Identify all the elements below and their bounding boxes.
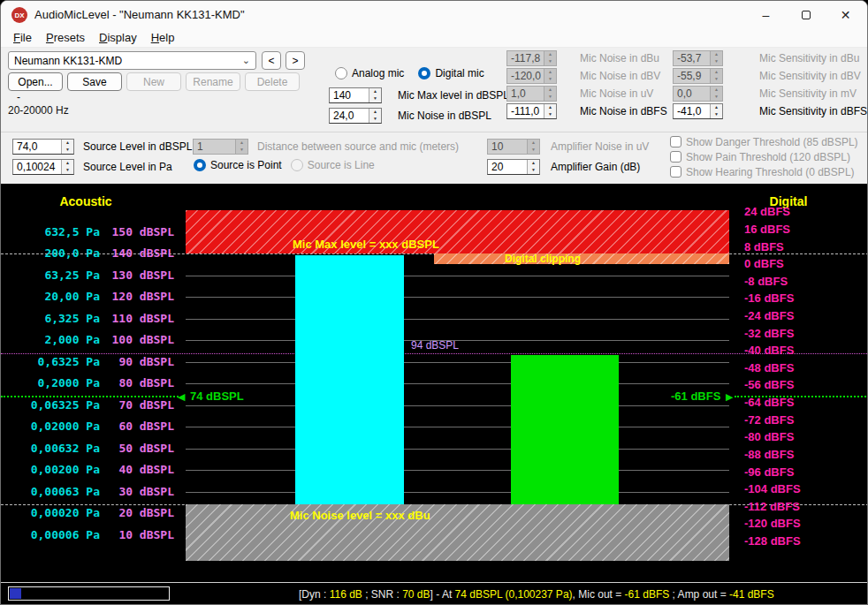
status-segment: ; Amp out =	[669, 588, 729, 601]
pa-value: 200,0 Pa	[1, 246, 100, 261]
spin-down-icon[interactable]: ▼	[711, 111, 722, 118]
analog-mic-label: Analog mic	[352, 67, 404, 79]
spin-down-icon[interactable]: ▼	[62, 167, 73, 174]
spin-down-icon[interactable]: ▼	[369, 116, 381, 123]
amplifier-gain-db-value[interactable]: 20	[488, 160, 527, 174]
maximize-button[interactable]	[786, 1, 826, 28]
dbfs-axis-row: -96 dBFS	[744, 465, 794, 480]
source-level-in-pa-value[interactable]: 0,10024	[13, 160, 61, 174]
spinner-arrows-icon: ▲▼	[544, 69, 556, 83]
spl-axis-row: 0,00200 Pa40 dBSPL	[1, 463, 174, 477]
menu-item-help[interactable]: Help	[144, 29, 182, 44]
threshold-checkboxes: Show Danger Threshold (85 dBSPL)Show Pai…	[670, 135, 858, 178]
spin-down-icon[interactable]: ▼	[62, 147, 73, 154]
radio-icon	[291, 159, 303, 171]
checkbox-icon[interactable]	[670, 136, 681, 147]
mic-dynamic-range-bar	[295, 255, 404, 504]
radio-icon[interactable]	[194, 159, 206, 171]
distance-spinner-group: 1▲▼Distance between source and mic (mete…	[193, 139, 459, 155]
dbfs-axis-row: -104 dBFS	[744, 482, 801, 496]
dbspl-value: 50 dBSPL	[100, 442, 174, 456]
source-level-in-dbspl-value[interactable]: 74,0	[13, 140, 61, 154]
dbfs-axis-row: -8 dBFS	[744, 275, 788, 289]
open-button[interactable]: Open...	[8, 72, 63, 91]
spin-up-icon[interactable]: ▲	[62, 140, 73, 147]
gridline	[186, 319, 729, 320]
preset-dash-text: -	[17, 91, 20, 103]
pa-value: 0,00063 Pa	[1, 485, 100, 499]
spin-up-icon: ▲	[711, 69, 722, 76]
spin-down-icon[interactable]: ▼	[544, 111, 556, 118]
dbfs-axis-row: -128 dBFS	[744, 534, 801, 548]
checkbox-show-hearing-threshold-0-dbspl[interactable]: Show Hearing Threshold (0 dBSPL)	[670, 165, 858, 178]
spin-up-icon[interactable]: ▲	[544, 104, 556, 111]
preset-next-button[interactable]: >	[286, 51, 305, 70]
preset-combobox[interactable]: Neumann KK131-KMD ⌄	[8, 51, 256, 70]
app-icon: DX	[11, 7, 27, 23]
dbfs-axis-row: -40 dBFS	[744, 344, 794, 358]
mic-sensitivity-in-mv-spinner: 0,0▲▼	[673, 86, 723, 102]
checkbox-icon[interactable]	[670, 151, 681, 163]
mic-max-level-in-dbspl-spinner[interactable]: 140▲▼	[329, 87, 382, 103]
radio-analog-mic[interactable]: Analog mic	[335, 67, 404, 79]
menu-item-file[interactable]: File	[6, 29, 39, 44]
amplifier-noise-in-uv-label: Amplifier Noise in uV	[551, 140, 649, 153]
mic-noise-in-dbspl-value[interactable]: 24,0	[330, 109, 369, 123]
checkbox-show-danger-threshold-85-dbspl[interactable]: Show Danger Threshold (85 dBSPL)	[670, 135, 858, 148]
spin-down-icon: ▼	[711, 76, 722, 83]
arrow-right-icon: ▶	[726, 390, 733, 403]
dbfs-axis-row: -72 dBFS	[744, 413, 794, 427]
checkbox-icon[interactable]	[670, 166, 681, 178]
mic-noise-in-dbfs-spinner[interactable]: -111,0▲▼	[506, 103, 557, 119]
spinner-arrows-icon: ▲▼	[235, 140, 247, 154]
save-button[interactable]: Save	[67, 72, 122, 91]
mic-sensitivity-in-dbfs-spinner[interactable]: -41,0▲▼	[673, 103, 723, 119]
gridline	[186, 362, 729, 363]
amplifier-gain-db-spinner[interactable]: 20▲▼	[487, 159, 540, 175]
mic-sensitivity-in-dbfs-value[interactable]: -41,0	[674, 104, 710, 118]
pa-value: 0,00006 Pa	[1, 528, 100, 542]
spin-down-icon[interactable]: ▼	[528, 167, 539, 174]
mic-noise-in-dbu-row: -117,8▲▼Mic Noise in dBu	[506, 50, 667, 66]
pa-value: 63,25 Pa	[1, 268, 100, 283]
status-text: [Dyn : 116 dB ; SNR : 70 dB] - At 74 dBS…	[299, 583, 774, 605]
radio-icon[interactable]	[335, 67, 347, 79]
status-bar: [Dyn : 116 dB ; SNR : 70 dB] - At 74 dBS…	[1, 582, 868, 605]
mic-sensitivity-in-dbv-spinner: -55,9▲▼	[673, 68, 723, 84]
spl-axis-row: 0,6325 Pa90 dBSPL	[1, 355, 174, 369]
spin-down-icon[interactable]: ▼	[369, 95, 381, 102]
distance-between-source-and-mic-meters-row: 1▲▼Distance between source and mic (mete…	[193, 139, 459, 155]
status-segment: -61 dBFS	[625, 588, 670, 601]
mic-sensitivity-in-mv-row: 0,0▲▼Mic Sensitivity in mV	[673, 86, 867, 102]
dbspl-value: 80 dBSPL	[100, 376, 174, 390]
mic-noise-in-dbfs-value[interactable]: -111,0	[507, 104, 544, 118]
close-button[interactable]: ✕	[826, 1, 865, 28]
source-level-in-pa-spinner[interactable]: 0,10024▲▼	[12, 159, 74, 175]
source-level-in-dbspl-spinner[interactable]: 74,0▲▼	[12, 139, 74, 155]
marker-right-label: -61 dBFS	[671, 389, 720, 403]
spinner-arrows-icon: ▲▼	[544, 51, 556, 65]
dbspl-value: 30 dBSPL	[100, 485, 174, 499]
mic-noise-in-dbv-label: Mic Noise in dBV	[580, 70, 660, 82]
dbspl-value: 60 dBSPL	[100, 420, 174, 434]
spin-up-icon[interactable]: ▲	[528, 160, 539, 167]
radio-source-is-point[interactable]: Source is Point	[194, 159, 282, 171]
spin-up-icon[interactable]: ▲	[369, 109, 381, 116]
preset-prev-button[interactable]: <	[262, 51, 281, 70]
title-bar: DX AudioMicLevel - "Neumann KK131-KMD" –…	[1, 1, 867, 29]
spinner-arrows-icon: ▲▼	[544, 104, 556, 118]
mic-noise-in-dbspl-spinner[interactable]: 24,0▲▼	[329, 108, 382, 124]
minimize-button[interactable]: –	[746, 1, 786, 28]
spin-up-icon[interactable]: ▲	[369, 88, 381, 95]
spin-up-icon[interactable]: ▲	[711, 104, 722, 111]
dbspl-value: 150 dBSPL	[100, 225, 174, 239]
radio-icon[interactable]	[418, 67, 430, 79]
mic-max-level-in-dbspl-value[interactable]: 140	[330, 88, 369, 102]
menu-item-display[interactable]: Display	[92, 29, 144, 44]
spin-up-icon[interactable]: ▲	[62, 160, 73, 167]
chevron-down-icon: ⌄	[242, 55, 250, 66]
checkbox-show-pain-threshold-120-dbspl[interactable]: Show Pain Threshold (120 dBSPL)	[670, 150, 858, 163]
menu-item-presets[interactable]: Presets	[39, 29, 92, 44]
panel-separator	[1, 132, 867, 132]
radio-digital-mic[interactable]: Digital mic	[418, 67, 483, 79]
